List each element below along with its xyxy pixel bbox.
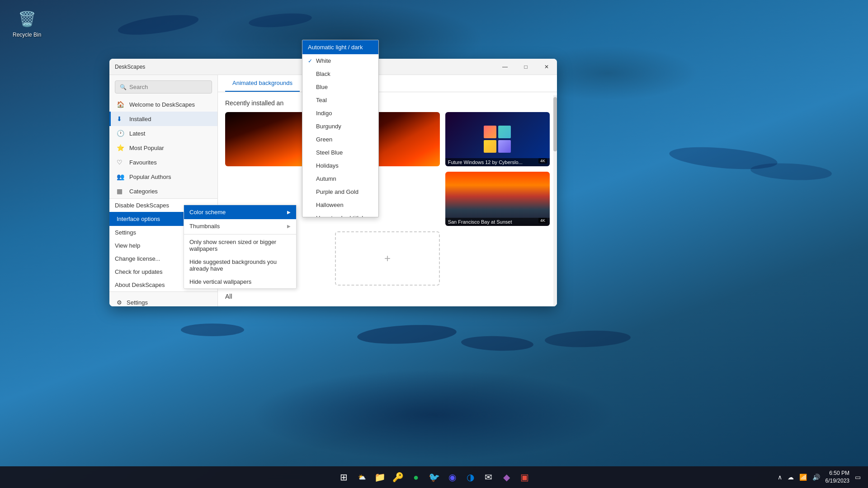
- tray-network[interactable]: 📶: [797, 473, 809, 482]
- white-check: ✓: [308, 58, 312, 64]
- dropdown-halloween[interactable]: ✓ Halloween: [302, 198, 378, 211]
- home-icon: 🏠: [117, 101, 125, 108]
- nav-latest[interactable]: 🕐 Latest: [109, 126, 217, 141]
- hide-vertical-item[interactable]: Hide vertical wallpapers: [184, 275, 296, 288]
- taskbar-weather[interactable]: ⛅: [354, 469, 370, 485]
- nav-authors[interactable]: 👥 Popular Authors: [109, 169, 217, 184]
- thumbnail-sf[interactable]: San Francisco Bay at Sunset 4K: [445, 172, 550, 226]
- tray-volume[interactable]: 🔊: [811, 473, 822, 482]
- nav-latest-label: Latest: [129, 130, 145, 137]
- nav-categories-label: Categories: [129, 188, 158, 195]
- minimize-button[interactable]: —: [495, 59, 515, 75]
- thumb-4k-future: 4K: [538, 158, 547, 164]
- holidays-label: Holidays: [316, 162, 339, 169]
- nav-favourites-label: Favourites: [129, 159, 157, 166]
- maximize-button[interactable]: □: [515, 59, 536, 75]
- nav-settings[interactable]: ⚙ Settings: [109, 296, 217, 306]
- clock-time: 6:50 PM: [826, 469, 849, 477]
- sys-tray-icons: ∧ ☁ 📶 🔊: [776, 473, 822, 482]
- taskbar-password[interactable]: 🔑: [390, 469, 406, 485]
- taskbar-edge[interactable]: ◑: [462, 469, 478, 485]
- autumn-label: Autumn: [316, 175, 336, 182]
- burgundy-label: Burgundy: [316, 123, 341, 130]
- all-section-title: All: [225, 293, 550, 300]
- dropdown-purple-gold[interactable]: ✓ Purple and Gold: [302, 185, 378, 198]
- tab-bar: Animated backgrounds: [218, 75, 557, 92]
- settings-gear-icon: ⚙: [117, 299, 122, 306]
- dropdown-steel-blue[interactable]: ✓ Steel Blue: [302, 146, 378, 159]
- nav-popular[interactable]: ⭐ Most Popular: [109, 141, 217, 155]
- only-screen-sized-item[interactable]: Only show screen sized or bigger wallpap…: [184, 235, 296, 255]
- nav-welcome[interactable]: 🏠 Welcome to DeskScapes: [109, 97, 217, 112]
- halloween-label: Halloween: [316, 202, 344, 208]
- nav-items: 🏠 Welcome to DeskScapes ⬇ Installed 🕐 La…: [109, 97, 217, 198]
- start-button[interactable]: ⊞: [335, 469, 352, 485]
- color-scheme-label: Color scheme: [189, 209, 226, 216]
- taskbar-app2[interactable]: ◆: [498, 469, 514, 485]
- clock-date: 6/19/2023: [826, 477, 849, 485]
- nav-authors-label: Popular Authors: [129, 174, 171, 180]
- taskbar-spotify[interactable]: ●: [408, 469, 424, 485]
- taskbar-app1[interactable]: ◉: [444, 469, 460, 485]
- interface-options-submenu: Color scheme ▶ Thumbnails ▶ Only show sc…: [184, 205, 297, 289]
- categories-icon: ▦: [117, 188, 125, 195]
- add-wallpaper-button[interactable]: +: [335, 231, 439, 286]
- thumbnails-arrow: ▶: [287, 224, 291, 229]
- taskbar-center-icons: ⊞ ⛅ 📁 🔑 ● 🐦 ◉ ◑ ✉ ◆ ▣: [335, 469, 533, 485]
- window-scrollbar[interactable]: [553, 95, 557, 306]
- dropdown-blue[interactable]: ✓ Blue: [302, 80, 378, 94]
- thumbnails-label: Thumbnails: [189, 223, 220, 230]
- dropdown-standard-titlebar[interactable]: ✓ Use standard titlebar: [302, 211, 378, 217]
- tab-animated-bg[interactable]: Animated backgrounds: [225, 75, 300, 92]
- favourites-icon: ♡: [117, 159, 125, 166]
- taskbar-right: ∧ ☁ 📶 🔊 6:50 PM 6/19/2023 ▭: [776, 469, 863, 485]
- dropdown-indigo[interactable]: ✓ Indigo: [302, 107, 378, 120]
- submenu-divider: [184, 234, 296, 235]
- sidebar-bottom: ⚙ Settings: [109, 291, 217, 306]
- interface-options-label: Interface options: [117, 216, 160, 222]
- indigo-label: Indigo: [316, 110, 332, 117]
- hide-suggested-item[interactable]: Hide suggested backgrounds you already h…: [184, 255, 296, 275]
- steel-blue-label: Steel Blue: [316, 149, 343, 156]
- dropdown-teal[interactable]: ✓ Teal: [302, 94, 378, 107]
- white-label: White: [316, 57, 331, 64]
- nav-categories[interactable]: ▦ Categories: [109, 184, 217, 198]
- installed-icon: ⬇: [117, 115, 125, 122]
- dropdown-header[interactable]: Automatic light / dark: [302, 40, 378, 54]
- dropdown-holidays[interactable]: ✓ Holidays: [302, 159, 378, 172]
- taskbar: ⊞ ⛅ 📁 🔑 ● 🐦 ◉ ◑ ✉ ◆ ▣ ∧ ☁ 📶 🔊 6:50 PM 6/…: [0, 466, 868, 488]
- show-desktop-btn[interactable]: ▭: [853, 473, 863, 482]
- nav-installed[interactable]: ⬇ Installed: [109, 112, 217, 126]
- tray-cloud[interactable]: ☁: [786, 473, 796, 482]
- thumbnails-item[interactable]: Thumbnails ▶: [184, 219, 296, 233]
- color-scheme-arrow: ▶: [287, 210, 291, 215]
- recycle-bin-graphic: 🗑️: [16, 8, 38, 30]
- taskbar-file-explorer[interactable]: 📁: [372, 469, 388, 485]
- search-icon: 🔍: [120, 84, 127, 90]
- purple-gold-label: Purple and Gold: [316, 188, 359, 195]
- authors-icon: 👥: [117, 173, 125, 180]
- dropdown-autumn[interactable]: ✓ Autumn: [302, 172, 378, 185]
- search-input[interactable]: [129, 84, 207, 90]
- latest-icon: 🕐: [117, 130, 125, 137]
- nav-settings-label: Settings: [127, 299, 148, 306]
- close-button[interactable]: ✕: [536, 59, 557, 75]
- taskbar-mail[interactable]: ✉: [480, 469, 496, 485]
- nav-popular-label: Most Popular: [129, 145, 164, 151]
- nav-installed-label: Installed: [129, 116, 151, 122]
- dropdown-green[interactable]: ✓ Green: [302, 133, 378, 146]
- tray-chevron[interactable]: ∧: [776, 473, 784, 482]
- recycle-bin-icon[interactable]: 🗑️ Recycle Bin: [13, 8, 41, 38]
- dropdown-burgundy[interactable]: ✓ Burgundy: [302, 120, 378, 133]
- blue-label: Blue: [316, 84, 328, 90]
- taskbar-twitter[interactable]: 🐦: [426, 469, 442, 485]
- scrollbar-thumb[interactable]: [553, 97, 557, 151]
- search-container[interactable]: 🔍: [115, 80, 212, 94]
- nav-favourites[interactable]: ♡ Favourites: [109, 155, 217, 169]
- dropdown-white[interactable]: ✓ White: [302, 54, 378, 67]
- thumbnail-future-windows[interactable]: Future Windows 12 by Cyberslo... 4K: [445, 112, 550, 166]
- taskbar-app3[interactable]: ▣: [516, 469, 533, 485]
- dropdown-black[interactable]: ✓ Black: [302, 67, 378, 80]
- color-scheme-item[interactable]: Color scheme ▶: [184, 205, 296, 219]
- taskbar-clock[interactable]: 6:50 PM 6/19/2023: [826, 469, 849, 485]
